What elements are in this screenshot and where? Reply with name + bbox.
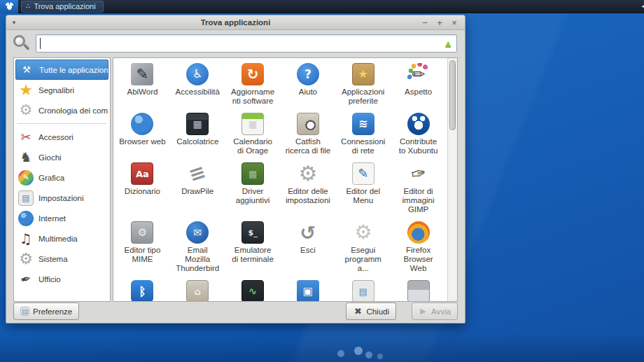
- app-terminale[interactable]: $_Emulatore di terminale: [225, 221, 281, 273]
- window-manager-icon: ▣: [297, 280, 319, 301]
- web-browser-globe-icon: [131, 113, 153, 135]
- wallpaper-dot: [337, 350, 344, 357]
- app-pannello[interactable]: ▤: [335, 280, 391, 301]
- app-applicazioni-preferite[interactable]: ★Applicazioni preferite: [335, 63, 391, 106]
- app-thunderbird[interactable]: ✉Email Mozilla Thunderbird: [170, 221, 225, 273]
- sidebar-item-label: Grafica: [38, 174, 64, 182]
- tray-icon[interactable]: ◀: [642, 1, 644, 11]
- sidebar-item-giochi[interactable]: ♞Giochi: [15, 147, 108, 167]
- software-updates-icon: ↻: [241, 63, 264, 85]
- multimedia-note-icon: ♫: [18, 231, 34, 246]
- app-label: Esegui programm a...: [345, 246, 382, 273]
- app-calendario-orage[interactable]: ▦Calendario di Orage: [225, 113, 281, 155]
- app-label: AbiWord: [127, 88, 158, 97]
- appfinder-window: ▾ Trova applicazioni − + × ▲ ⚒Tutte le a…: [6, 15, 465, 323]
- app-accessibilita[interactable]: ♿Accessibilità: [170, 63, 225, 106]
- app-editor-impostazioni[interactable]: ⚙Editor delle impostazioni: [281, 162, 336, 214]
- sidebar-item-segnalibri[interactable]: ★Segnalibri: [15, 80, 108, 100]
- sidebar-item-label: Giochi: [38, 153, 62, 162]
- app-firefox[interactable]: Firefox Browser Web: [391, 221, 446, 273]
- minimize-button[interactable]: −: [420, 16, 430, 29]
- app-editor-menu[interactable]: ✎Editor del Menu: [335, 162, 391, 214]
- preferences-button[interactable]: ▤ Preferenze: [13, 302, 79, 320]
- wallpaper-dot: [377, 354, 383, 359]
- app-contribute-xubuntu[interactable]: Contribute to Xubuntu: [391, 113, 446, 155]
- search-box: ▲: [36, 34, 457, 53]
- logout-power-icon: ↺: [297, 221, 319, 244]
- close-window-button[interactable]: ✖ Chiudi: [346, 302, 396, 320]
- text-caret: [40, 38, 41, 49]
- app-monitor-sistema[interactable]: ∿: [225, 280, 281, 301]
- sidebar-item-tutte-le-applicazioni[interactable]: ⚒Tutte le applicazioni: [15, 60, 108, 80]
- app-editor-tipo-mime[interactable]: ⚙Editor tipo MIME: [115, 221, 170, 273]
- sidebar-item-sistema[interactable]: ⚙Sistema: [15, 249, 108, 269]
- drawpile-icon: ≡: [183, 160, 211, 188]
- additional-drivers-icon: ▦: [241, 162, 264, 185]
- app-label: Dizionario: [125, 187, 160, 196]
- app-cartella-home[interactable]: ⌂: [170, 280, 225, 301]
- app-calcolatrice[interactable]: ▦Calcolatrice: [170, 113, 225, 155]
- window-menu-button[interactable]: ▾: [6, 19, 22, 26]
- app-driver-aggiuntivi[interactable]: ▦Driver aggiuntivi: [225, 162, 281, 214]
- mime-type-editor-icon: ⚙: [131, 221, 153, 244]
- sidebar-item-label: Cronologia dei com...: [38, 106, 108, 115]
- app-stampante[interactable]: [391, 280, 446, 301]
- application-list-panel: ✎AbiWord♿Accessibilità↻Aggiorname nti so…: [113, 57, 458, 302]
- bookmarks-star-icon: ★: [18, 83, 34, 98]
- app-aiuto[interactable]: ?Aiuto: [281, 63, 336, 106]
- app-esegui-programma[interactable]: ⚙Esegui programm a...: [335, 221, 391, 273]
- favorite-apps-icon: ★: [352, 63, 374, 85]
- launch-arrow-icon[interactable]: ▲: [443, 38, 453, 49]
- app-bluetooth[interactable]: ᛒ: [115, 280, 170, 301]
- sidebar-item-label: Tutte le applicazioni: [39, 66, 108, 74]
- app-esci[interactable]: ↺Esci: [281, 221, 336, 273]
- bluetooth-icon: ᛒ: [131, 280, 153, 301]
- close-button[interactable]: ×: [449, 16, 459, 29]
- app-drawpile[interactable]: ≡DrawPile: [170, 162, 225, 214]
- system-gear-icon: ⚙: [18, 251, 34, 267]
- app-label: Editor di immagini GIMP: [402, 187, 435, 214]
- abiword-icon: ✎: [131, 63, 153, 85]
- all-applications-icon: ⚒: [19, 62, 34, 78]
- app-catfish[interactable]: Catfish ricerca di file: [281, 113, 336, 155]
- vertical-scrollbar[interactable]: [447, 58, 457, 301]
- wallpaper-dot: [365, 351, 372, 358]
- app-label: Applicazioni preferite: [342, 88, 384, 106]
- app-gimp[interactable]: ✑Editor di immagini GIMP: [391, 162, 446, 214]
- app-dizionario[interactable]: AaDizionario: [115, 162, 170, 214]
- window-footer: ▤ Preferenze ✖ Chiudi ▶ Avvia: [6, 300, 465, 323]
- app-label: Email Mozilla Thunderbird: [176, 246, 219, 273]
- sidebar-item-accessori[interactable]: ✂Accessori: [15, 127, 108, 147]
- sidebar-item-ufficio[interactable]: ✒Ufficio: [15, 269, 108, 289]
- app-abiword[interactable]: ✎AbiWord: [115, 63, 170, 106]
- sidebar-item-impostazioni[interactable]: ▤Impostazioni: [15, 188, 108, 208]
- app-aggiornamenti-software[interactable]: ↻Aggiorname nti software: [225, 63, 281, 106]
- sidebar-item-label: Sistema: [38, 255, 68, 263]
- sidebar-item-grafica[interactable]: ✎Grafica: [15, 167, 108, 188]
- sidebar-separator: [18, 123, 106, 124]
- network-wifi-icon: ≋: [352, 113, 374, 135]
- search-input[interactable]: [39, 36, 440, 51]
- maximize-button[interactable]: +: [435, 16, 444, 29]
- app-label: Catfish ricerca di file: [286, 137, 331, 155]
- scrollbar-thumb[interactable]: [449, 60, 456, 130]
- accessibility-icon: ♿: [186, 63, 209, 85]
- launch-button[interactable]: ▶ Avvia: [412, 302, 458, 320]
- app-aspetto[interactable]: ✏Aspetto: [391, 63, 446, 106]
- app-label: Editor tipo MIME: [125, 246, 161, 264]
- app-browser-web[interactable]: Browser web: [115, 113, 170, 155]
- app-label: Editor delle impostazioni: [286, 187, 330, 205]
- sidebar-item-label: Segnalibri: [38, 86, 74, 95]
- sidebar-item-internet[interactable]: Internet: [15, 208, 108, 228]
- applications-menu-button[interactable]: [0, 0, 18, 13]
- home-folder-icon: ⌂: [186, 280, 209, 301]
- titlebar[interactable]: ▾ Trova applicazioni − + ×: [6, 15, 465, 30]
- desktop[interactable]: ∴ Trova applicazioni ◀ ▾ Trova applicazi…: [0, 0, 644, 362]
- taskbar-item-appfinder[interactable]: ∴ Trova applicazioni: [21, 1, 104, 13]
- menu-editor-icon: ✎: [352, 162, 374, 185]
- app-connessioni-di-rete[interactable]: ≋Connessioni di rete: [335, 113, 391, 155]
- app-label: Calendario di Orage: [233, 137, 272, 155]
- app-finestre[interactable]: ▣: [281, 280, 336, 301]
- sidebar-item-cronologia[interactable]: ⚙Cronologia dei com...: [15, 100, 108, 120]
- sidebar-item-multimedia[interactable]: ♫Multimedia: [15, 228, 108, 249]
